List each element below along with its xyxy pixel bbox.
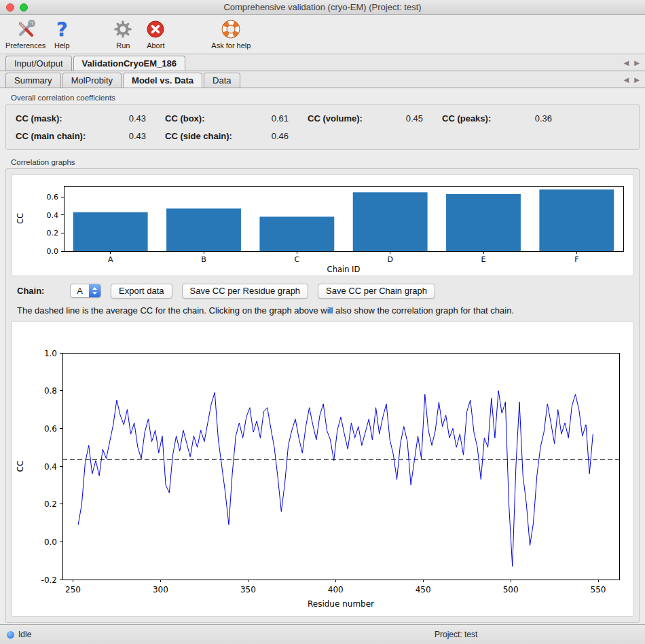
cc-side-chain-value: 0.46	[257, 131, 289, 141]
help-button[interactable]: ? Help	[45, 18, 78, 50]
svg-text:0.2: 0.2	[44, 499, 57, 509]
toolbar-item-label: Abort	[147, 41, 164, 50]
tab-molprobity[interactable]: MolProbity	[62, 73, 122, 88]
save-cc-per-residue-button[interactable]: Save CC per Residue graph	[182, 284, 309, 299]
svg-text:0.6: 0.6	[47, 193, 59, 202]
cc-mask-value: 0.43	[115, 113, 146, 124]
cc-peaks-label: CC (peaks):	[442, 113, 502, 124]
inner-tab-bar: Summary MolProbity Model vs. Data Data ◀…	[0, 71, 645, 88]
svg-text:B: B	[201, 255, 206, 264]
toolbar: Preferences ? Help Run	[0, 15, 645, 54]
chain-label: Chain:	[17, 286, 60, 296]
tab-validationcryoem-186[interactable]: ValidationCryoEM_186	[73, 56, 185, 71]
window-title: Comprehensive validation (cryo-EM) (Proj…	[0, 0, 645, 14]
toolbar-item-label: Ask for help	[211, 41, 251, 50]
cc-mask-label: CC (mask):	[16, 113, 96, 124]
cc-per-chain-chart[interactable]: 0.00.20.40.6ABCDEFChain IDCC	[12, 175, 633, 276]
toolbar-item-label: Preferences	[5, 41, 45, 50]
status-bar: Idle Project: test	[0, 624, 645, 644]
tab-model-vs-data[interactable]: Model vs. Data	[123, 73, 202, 88]
svg-text:0.8: 0.8	[44, 386, 57, 396]
title-bar: Comprehensive validation (cryo-EM) (Proj…	[0, 0, 645, 15]
chain-select[interactable]: A	[70, 284, 101, 298]
question-icon: ?	[56, 18, 68, 41]
run-button[interactable]: Run	[107, 18, 139, 50]
chevron-up-down-icon	[89, 284, 100, 297]
chain-select-value: A	[71, 284, 89, 297]
main-content: Overall correlation coefficients CC (mas…	[0, 88, 645, 624]
svg-text:0.6: 0.6	[44, 424, 57, 434]
cc-volume-label: CC (volume):	[308, 113, 373, 124]
svg-text:E: E	[481, 255, 486, 264]
correlation-graphs-section-label: Correlation graphs	[11, 158, 640, 166]
status-text: Idle	[18, 630, 31, 639]
traffic-lights	[6, 3, 28, 12]
svg-text:0.2: 0.2	[47, 229, 59, 238]
overall-cc-box: CC (mask): 0.43 CC (box): 0.61 CC (volum…	[5, 104, 640, 150]
svg-text:500: 500	[503, 585, 519, 594]
svg-text:Chain ID: Chain ID	[327, 265, 361, 274]
export-data-button[interactable]: Export data	[111, 284, 172, 299]
tab-scroll-left-icon[interactable]: ◀	[624, 59, 629, 67]
cc-peaks-value: 0.36	[521, 113, 552, 124]
svg-text:CC: CC	[16, 213, 25, 224]
gear-icon	[113, 18, 133, 41]
abort-icon	[145, 18, 166, 41]
overall-cc-section-label: Overall correlation coefficients	[11, 94, 640, 102]
correlation-graphs-box: 0.00.20.40.6ABCDEFChain IDCC Chain: A Ex…	[5, 168, 640, 623]
svg-text:F: F	[574, 255, 578, 264]
zoom-button[interactable]	[20, 3, 28, 12]
svg-text:CC: CC	[16, 461, 25, 472]
save-cc-per-chain-button[interactable]: Save CC per Chain graph	[318, 284, 435, 299]
svg-text:400: 400	[328, 585, 344, 594]
svg-text:550: 550	[591, 585, 606, 594]
tools-icon	[15, 18, 37, 41]
lifebuoy-icon	[221, 18, 241, 41]
svg-text:250: 250	[65, 585, 81, 594]
tab-data[interactable]: Data	[204, 73, 240, 88]
app-window: Comprehensive validation (cryo-EM) (Proj…	[0, 0, 645, 644]
svg-text:-0.2: -0.2	[41, 575, 57, 585]
tab-scroll-left-icon[interactable]: ◀	[624, 76, 629, 83]
status-indicator-icon	[7, 631, 14, 639]
cc-main-chain-value: 0.43	[115, 131, 146, 141]
outer-tab-bar: Input/Output ValidationCryoEM_186 ◀ ▶	[0, 54, 645, 71]
tab-scroll-right-icon[interactable]: ▶	[634, 59, 640, 67]
chart-help-text: The dashed line is the average CC for th…	[17, 305, 633, 316]
tab-summary[interactable]: Summary	[5, 73, 61, 88]
cc-main-chain-label: CC (main chain):	[16, 131, 96, 141]
cc-per-residue-chart: 250300350400450500550-0.20.00.20.40.60.8…	[12, 322, 633, 616]
cc-per-chain-panel[interactable]: 0.00.20.40.6ABCDEFChain IDCC	[12, 174, 633, 276]
tab-input-output[interactable]: Input/Output	[5, 56, 72, 71]
svg-text:1.0: 1.0	[44, 349, 57, 358]
close-button[interactable]	[6, 3, 14, 12]
svg-text:0.0: 0.0	[44, 537, 57, 547]
abort-button[interactable]: Abort	[139, 18, 172, 50]
cc-box-value: 0.61	[257, 113, 289, 124]
cc-volume-value: 0.45	[392, 113, 423, 124]
toolbar-item-label: Run	[116, 41, 130, 50]
svg-text:350: 350	[240, 585, 256, 594]
cc-per-residue-panel: 250300350400450500550-0.20.00.20.40.60.8…	[12, 321, 633, 617]
svg-text:C: C	[294, 255, 299, 264]
project-label: Project: test	[435, 630, 477, 639]
svg-text:0.0: 0.0	[47, 247, 59, 256]
svg-text:450: 450	[416, 585, 431, 594]
svg-text:D: D	[387, 255, 392, 264]
cc-box-label: CC (box):	[165, 113, 238, 124]
preferences-button[interactable]: Preferences	[5, 18, 45, 50]
chain-controls-row: Chain: A Export data Save CC per Residue…	[17, 283, 633, 299]
overall-cc-grid: CC (mask): 0.43 CC (box): 0.61 CC (volum…	[16, 113, 629, 141]
svg-text:A: A	[108, 255, 113, 264]
toolbar-item-label: Help	[54, 41, 70, 50]
tab-scroll-right-icon[interactable]: ▶	[634, 76, 640, 83]
ask-for-help-button[interactable]: Ask for help	[211, 18, 251, 50]
svg-text:Residue number: Residue number	[308, 599, 374, 609]
svg-text:0.4: 0.4	[47, 211, 59, 220]
svg-text:0.4: 0.4	[44, 462, 57, 472]
svg-text:300: 300	[153, 585, 168, 594]
cc-side-chain-label: CC (side chain):	[165, 131, 238, 141]
